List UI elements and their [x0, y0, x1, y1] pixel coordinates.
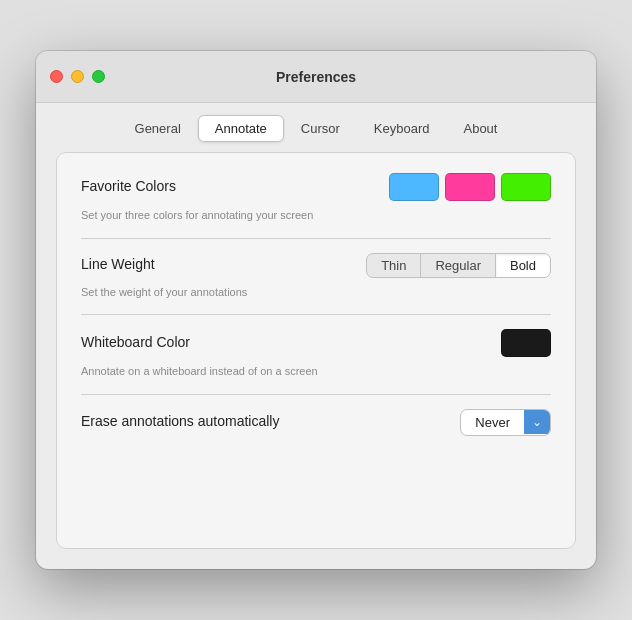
erase-selected: Never: [461, 410, 524, 435]
titlebar: Preferences: [36, 51, 596, 103]
favorite-colors-label: Favorite Colors: [81, 178, 176, 194]
line-weight-row: Line Weight Thin Regular Bold Set the we…: [81, 253, 551, 300]
erase-dropdown[interactable]: Never ⌄: [460, 409, 551, 436]
content-area: Favorite Colors Set your three colors fo…: [56, 152, 576, 548]
color-swatches: [389, 173, 551, 201]
color-swatch-pink[interactable]: [445, 173, 495, 201]
erase-row: Erase annotations automatically Never ⌄: [81, 409, 551, 436]
tab-general[interactable]: General: [118, 115, 198, 142]
erase-dropdown-arrow[interactable]: ⌄: [524, 410, 550, 434]
weight-regular[interactable]: Regular: [421, 254, 496, 277]
divider-2: [81, 314, 551, 315]
close-button[interactable]: [50, 70, 63, 83]
preferences-window: Preferences General Annotate Cursor Keyb…: [36, 51, 596, 568]
minimize-button[interactable]: [71, 70, 84, 83]
whiteboard-color-label: Whiteboard Color: [81, 334, 190, 350]
tab-annotate[interactable]: Annotate: [198, 115, 284, 142]
divider-1: [81, 238, 551, 239]
weight-bold[interactable]: Bold: [496, 254, 550, 277]
line-weight-label: Line Weight: [81, 256, 155, 272]
tabs-bar: General Annotate Cursor Keyboard About: [36, 103, 596, 142]
whiteboard-color-swatch[interactable]: [501, 329, 551, 357]
weight-thin[interactable]: Thin: [367, 254, 421, 277]
chevron-down-icon: ⌄: [532, 415, 542, 429]
tab-cursor[interactable]: Cursor: [284, 115, 357, 142]
line-weight-desc: Set the weight of your annotations: [81, 286, 247, 298]
whiteboard-color-row: Whiteboard Color Annotate on a whiteboar…: [81, 329, 551, 379]
erase-label: Erase annotations automatically: [81, 413, 279, 429]
traffic-lights: [50, 70, 105, 83]
line-weight-group: Thin Regular Bold: [366, 253, 551, 278]
color-swatch-blue[interactable]: [389, 173, 439, 201]
tab-keyboard[interactable]: Keyboard: [357, 115, 447, 142]
tab-about[interactable]: About: [446, 115, 514, 142]
maximize-button[interactable]: [92, 70, 105, 83]
color-swatch-green[interactable]: [501, 173, 551, 201]
bottom-space: [81, 448, 551, 528]
whiteboard-color-desc: Annotate on a whiteboard instead of on a…: [81, 365, 318, 377]
favorite-colors-row: Favorite Colors Set your three colors fo…: [81, 173, 551, 223]
divider-3: [81, 394, 551, 395]
window-title: Preferences: [276, 69, 356, 85]
favorite-colors-desc: Set your three colors for annotating you…: [81, 209, 313, 221]
